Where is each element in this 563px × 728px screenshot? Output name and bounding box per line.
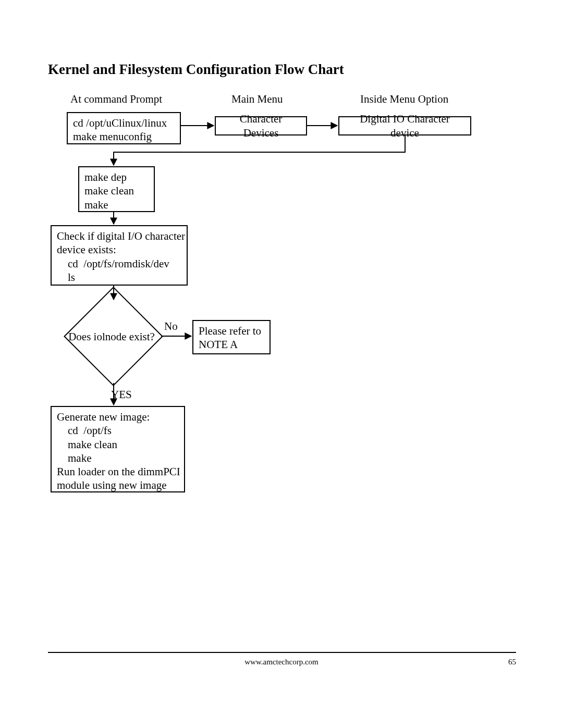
footer-page-number: 65 [508, 658, 516, 667]
column-label-prompt: At command Prompt [70, 93, 162, 106]
box-check-dev: Check if digital I/O character device ex… [51, 225, 188, 286]
page-title: Kernel and Filesystem Configuration Flow… [48, 61, 344, 78]
page: Kernel and Filesystem Configuration Flow… [0, 0, 563, 728]
box-char-devices-text: Character Devices [216, 117, 306, 134]
decision-diamond: Does iolnode exist? [55, 290, 168, 384]
box-generate: Generate new image: cd /opt/fs make clea… [51, 406, 185, 492]
decision-text: Does iolnode exist? [55, 330, 168, 343]
box-start-text: cd /opt/uClinux/linux make menuconfig [68, 113, 180, 147]
decision-yes-label: YES [111, 388, 132, 401]
footer-url: www.amctechcorp.com [244, 658, 318, 667]
box-generate-text: Generate new image: cd /opt/fs make clea… [52, 407, 184, 496]
box-start: cd /opt/uClinux/linux make menuconfig [67, 112, 181, 144]
box-note-a-text: Please refer to NOTE A [193, 321, 270, 355]
box-make-dep: make dep make clean make [78, 166, 155, 212]
box-char-devices: Character Devices [215, 116, 307, 135]
column-label-main-menu: Main Menu [231, 93, 283, 106]
box-digital-io: Digital IO Character device [338, 116, 471, 135]
box-note-a: Please refer to NOTE A [192, 320, 271, 354]
box-digital-io-text: Digital IO Character device [339, 117, 470, 134]
decision-no-label: No [164, 320, 178, 333]
column-label-inside: Inside Menu Option [360, 93, 448, 106]
footer-divider [48, 652, 516, 653]
box-check-dev-text: Check if digital I/O character device ex… [52, 226, 187, 287]
box-make-dep-text: make dep make clean make [79, 167, 154, 215]
